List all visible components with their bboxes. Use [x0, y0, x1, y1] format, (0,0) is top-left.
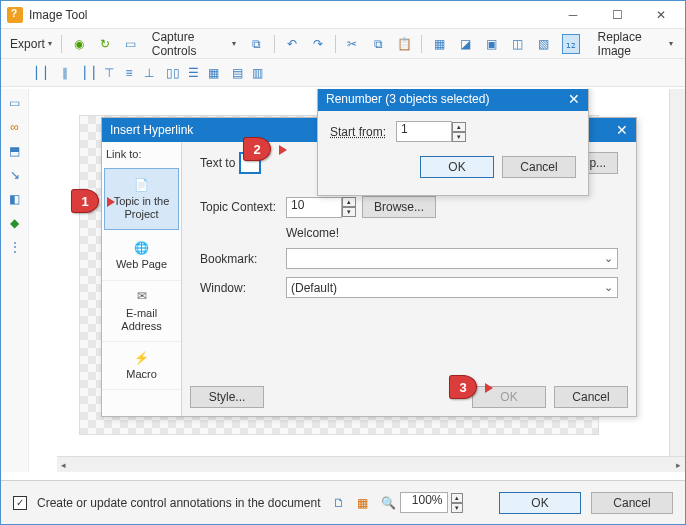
tool-mark-icon[interactable]: ◆	[7, 215, 23, 231]
link-opt-topic[interactable]: 📄 Topic in the Project	[104, 168, 179, 230]
callout-2[interactable]: 2	[243, 137, 281, 163]
close-icon[interactable]: ✕	[616, 122, 628, 138]
start-from-label: Start from:	[330, 125, 386, 139]
tool-more-icon[interactable]: ⋮	[7, 239, 23, 255]
topic-context-spinner[interactable]: 10 ▴▾	[286, 197, 356, 218]
sub-toolbar: ▏▏ ∥ ▕▕ ⊤ ≡ ⊥ ▯▯ ☰ ▦ ▤ ▥	[1, 59, 685, 87]
horizontal-scrollbar[interactable]: ◂ ▸	[57, 456, 685, 472]
renumber-close-icon[interactable]: ✕	[568, 91, 580, 107]
link-opt-macro[interactable]: ⚡ Macro	[102, 342, 181, 390]
tool-b-icon[interactable]: ◪	[454, 33, 476, 55]
tool-rect-icon[interactable]: ▭	[7, 95, 23, 111]
camera-icon[interactable]: ◉	[68, 33, 90, 55]
welcome-text: Welcome!	[286, 226, 339, 240]
tool-e-icon[interactable]: ▧	[532, 33, 554, 55]
align-left-icon[interactable]: ▏▏	[37, 65, 53, 81]
hyperlink-cancel-button[interactable]: Cancel	[554, 386, 628, 408]
start-from-spinner[interactable]: 1 ▴▾	[396, 121, 466, 142]
highlighted-renumber-icon[interactable]: ₁₂	[558, 33, 583, 55]
statusbar-cancel-button[interactable]: Cancel	[591, 492, 673, 514]
statusbar-ok-button[interactable]: OK	[499, 492, 581, 514]
window-select[interactable]: (Default)	[286, 277, 618, 298]
window-title: Image Tool	[29, 8, 551, 22]
undo-icon[interactable]: ↶	[281, 33, 303, 55]
app-icon	[7, 7, 23, 23]
annotations-label: Create or update control annotations in …	[37, 496, 321, 510]
window-label: Window:	[200, 281, 280, 295]
tool-arrow-icon[interactable]: ↘	[7, 167, 23, 183]
canvas[interactable]: ➤ 1 2 3 Insert Hyperlink ✕ Link to:	[29, 89, 685, 472]
dist-v-icon[interactable]: ☰	[185, 65, 201, 81]
vertical-scrollbar[interactable]	[669, 89, 685, 456]
align-bot-icon[interactable]: ⊥	[141, 65, 157, 81]
align-right-icon[interactable]: ▕▕	[77, 65, 93, 81]
tool-d-icon[interactable]: ◫	[506, 33, 528, 55]
callout-3[interactable]: 3	[449, 375, 487, 401]
paste-icon[interactable]: 📋	[393, 33, 415, 55]
topic-context-label: Topic Context:	[200, 200, 280, 214]
bookmark-select[interactable]	[286, 248, 618, 269]
link-to-label: Link to:	[102, 142, 181, 166]
main-toolbar: Export ◉ ↻ ▭ Capture Controls ⧉ ↶ ↷ ✂ ⧉ …	[1, 29, 685, 59]
capture-window-icon[interactable]: ▭	[120, 33, 142, 55]
refresh-icon[interactable]: ↻	[94, 33, 116, 55]
text-to-label: Text to	[200, 156, 235, 170]
zoom-icon: 🔍	[381, 495, 397, 511]
status-icon-1[interactable]: 🗋	[331, 495, 347, 511]
left-toolstrip: ▭ ∞ ⬒ ↘ ◧ ◆ ⋮	[1, 89, 29, 472]
content-area: ▭ ∞ ⬒ ↘ ◧ ◆ ⋮ ➤ 1 2 3	[1, 89, 685, 472]
copy-icon[interactable]: ⧉	[367, 33, 389, 55]
renumber-title: Renumber (3 objects selected)	[326, 92, 489, 106]
browse-button[interactable]: Browse...	[362, 196, 436, 218]
export-menu[interactable]: Export	[7, 33, 55, 55]
group-icon[interactable]: ▦	[205, 65, 221, 81]
status-icon-2[interactable]: ▦	[355, 495, 371, 511]
tool-shape-icon[interactable]: ◧	[7, 191, 23, 207]
dialog-title: Insert Hyperlink	[110, 123, 193, 137]
renumber-ok-button[interactable]: OK	[420, 156, 494, 178]
zoom-input[interactable]: 100%	[400, 492, 448, 513]
statusbar: ✓ Create or update control annotations i…	[1, 480, 685, 524]
align-mid-icon[interactable]: ≡	[121, 65, 137, 81]
style-button[interactable]: Style...	[190, 386, 264, 408]
dist-h-icon[interactable]: ▯▯	[165, 65, 181, 81]
link-opt-web[interactable]: 🌐 Web Page	[102, 232, 181, 280]
tool-link-icon[interactable]: ∞	[7, 119, 23, 135]
bookmark-label: Bookmark:	[200, 252, 280, 266]
annotations-checkbox[interactable]: ✓	[13, 496, 27, 510]
minimize-button[interactable]: ─	[551, 1, 595, 29]
titlebar: Image Tool ─ ☐ ✕	[1, 1, 685, 29]
align-center-icon[interactable]: ∥	[57, 65, 73, 81]
align-top-icon[interactable]: ⊤	[101, 65, 117, 81]
zoom-control[interactable]: 🔍 100% ▴▾	[381, 492, 463, 513]
capture-rect-icon[interactable]: ⧉	[246, 33, 268, 55]
link-opt-email[interactable]: ✉ E-mail Address	[102, 281, 181, 342]
renumber-cancel-button[interactable]: Cancel	[502, 156, 576, 178]
grid2-icon[interactable]: ▥	[249, 65, 265, 81]
renumber-header: Renumber (3 objects selected) ✕	[318, 89, 588, 111]
close-button[interactable]: ✕	[639, 1, 683, 29]
app-window: Image Tool ─ ☐ ✕ Export ◉ ↻ ▭ Capture Co…	[0, 0, 686, 525]
tool-callout-icon[interactable]: ⬒	[7, 143, 23, 159]
tool-a-icon[interactable]: ▦	[428, 33, 450, 55]
capture-controls-menu[interactable]: Capture Controls	[146, 33, 242, 55]
maximize-button[interactable]: ☐	[595, 1, 639, 29]
cut-icon[interactable]: ✂	[341, 33, 363, 55]
tool-c-icon[interactable]: ▣	[480, 33, 502, 55]
renumber-dialog: Renumber (3 objects selected) ✕ Start fr…	[317, 89, 589, 196]
redo-icon[interactable]: ↷	[307, 33, 329, 55]
grid-icon[interactable]: ▤	[229, 65, 245, 81]
link-to-sidebar: Link to: 📄 Topic in the Project 🌐 Web Pa…	[102, 142, 182, 416]
callout-1[interactable]: 1	[71, 189, 109, 215]
replace-image-menu[interactable]: Replace Image	[592, 33, 679, 55]
